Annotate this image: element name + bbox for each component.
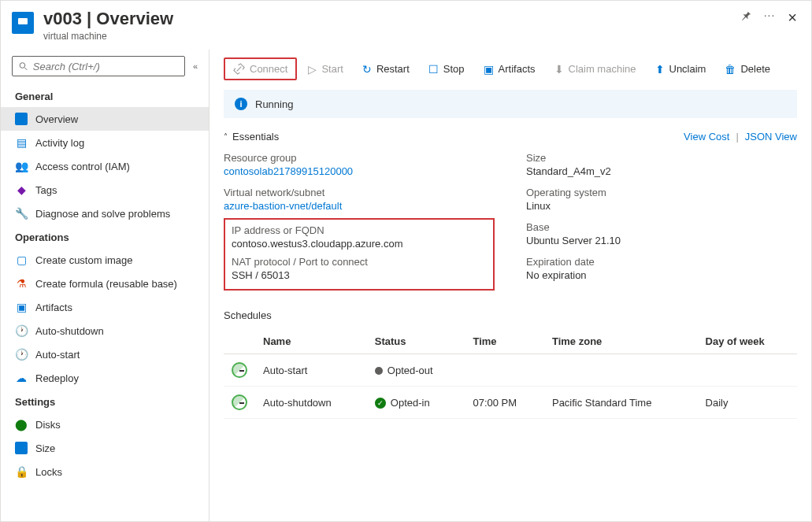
rg-value[interactable]: contosolab21789915120000: [224, 165, 495, 177]
cell-tz: Pacific Standard Time: [544, 387, 698, 419]
collapse-sidebar-icon[interactable]: «: [193, 61, 198, 71]
nat-label: NAT protocol / Port to connect: [232, 256, 487, 268]
nav-section-operations: Operations: [1, 225, 209, 248]
sidebar-item-disks[interactable]: ⬤ Disks: [1, 413, 209, 436]
sidebar-item-redeploy[interactable]: ☁ Redeploy: [1, 366, 209, 390]
download-icon: ⬇: [554, 63, 564, 76]
schedule-clock-icon: [232, 362, 247, 378]
separator: |: [736, 131, 738, 143]
cell-time: [465, 354, 544, 387]
image-icon: ▢: [15, 254, 28, 266]
nav-label: Redeploy: [35, 372, 79, 384]
blade-header: v003 | Overview virtual machine ··· ×: [1, 1, 811, 50]
col-name: Name: [255, 329, 367, 354]
tag-icon: ◆: [15, 183, 28, 196]
highlighted-connection-box: IP address or FQDN contoso.westus3.cloud…: [224, 218, 495, 291]
connect-icon: [233, 63, 245, 75]
sidebar-item-activity-log[interactable]: ▤ Activity log: [1, 131, 209, 154]
cell-dow: [698, 354, 797, 387]
sidebar-item-overview[interactable]: Overview: [1, 107, 209, 131]
col-status: Status: [367, 329, 465, 354]
nav-section-settings: Settings: [1, 390, 209, 413]
nav-label: Access control (IAM): [35, 161, 130, 172]
vm-small-icon: [15, 113, 28, 125]
cell-dow: Daily: [698, 387, 797, 419]
artifacts-button[interactable]: ▣ Artifacts: [476, 59, 543, 80]
start-button[interactable]: ▷ Start: [300, 59, 350, 80]
sidebar-search[interactable]: [12, 56, 185, 76]
nav-label: Auto-shutdown: [35, 325, 104, 337]
search-input[interactable]: [33, 61, 178, 72]
nav-label: Tags: [35, 184, 57, 196]
sidebar-item-tags[interactable]: ◆ Tags: [1, 178, 209, 202]
sidebar-item-artifacts[interactable]: ▣ Artifacts: [1, 295, 209, 319]
ip-value: contoso.westus3.cloudapp.azure.com: [232, 238, 487, 250]
unclaim-button[interactable]: ⬆ Unclaim: [647, 59, 714, 80]
json-view-link[interactable]: JSON View: [745, 131, 797, 143]
col-tz: Time zone: [544, 329, 698, 354]
nav-label: Auto-start: [35, 349, 80, 361]
stop-icon: ☐: [428, 63, 439, 76]
table-row[interactable]: Auto-start Opted-out: [224, 354, 797, 387]
exp-label: Expiration date: [526, 256, 797, 268]
sidebar-item-formula[interactable]: ⚗ Create formula (reusable base): [1, 272, 209, 295]
sidebar-item-diagnose[interactable]: 🔧 Diagnose and solve problems: [1, 202, 209, 225]
vnet-value[interactable]: azure-bastion-vnet/default: [224, 200, 495, 212]
svg-line-1: [24, 68, 27, 70]
tb-label: Start: [321, 63, 343, 75]
close-icon[interactable]: ×: [788, 9, 797, 27]
base-label: Base: [526, 221, 797, 233]
cell-time: 07:00 PM: [465, 387, 544, 419]
cell-name: Auto-start: [255, 354, 367, 387]
base-value: Ubuntu Server 21.10: [526, 235, 797, 246]
nav-label: Artifacts: [35, 302, 72, 313]
more-icon[interactable]: ···: [764, 9, 776, 21]
os-value: Linux: [526, 200, 797, 212]
chevron-up-icon: ˄: [224, 132, 228, 141]
delete-button[interactable]: 🗑 Delete: [717, 59, 778, 80]
os-label: Operating system: [526, 187, 797, 198]
cell-status: Opted-out: [387, 365, 433, 376]
command-bar: Connect ▷ Start ↻ Restart ☐ Stop ▣ Artif…: [224, 57, 797, 80]
sidebar-item-auto-shutdown[interactable]: 🕐 Auto-shutdown: [1, 319, 209, 342]
connect-button[interactable]: Connect: [224, 57, 297, 80]
wrench-icon: 🔧: [15, 207, 28, 220]
sidebar-item-size[interactable]: Size: [1, 436, 209, 460]
resource-type-label: virtual machine: [43, 31, 740, 42]
artifact-icon: ▣: [15, 301, 28, 313]
sidebar-item-locks[interactable]: 🔒 Locks: [1, 460, 209, 483]
status-check-icon: ✓: [375, 398, 386, 409]
log-icon: ▤: [15, 136, 28, 149]
nav-label: Diagnose and solve problems: [35, 208, 170, 220]
view-cost-link[interactable]: View Cost: [684, 131, 729, 143]
claim-button[interactable]: ⬇ Claim machine: [547, 59, 644, 80]
restart-button[interactable]: ↻ Restart: [354, 59, 417, 80]
nav-label: Create formula (reusable base): [35, 278, 177, 290]
nav-label: Locks: [35, 466, 62, 478]
status-bar: i Running: [224, 90, 797, 118]
sidebar-item-custom-image[interactable]: ▢ Create custom image: [1, 248, 209, 272]
tb-label: Connect: [250, 63, 287, 75]
tb-label: Artifacts: [499, 63, 536, 75]
svg-point-0: [20, 63, 25, 68]
tb-label: Delete: [740, 63, 770, 75]
pin-icon[interactable]: [740, 9, 751, 20]
vnet-label: Virtual network/subnet: [224, 187, 495, 198]
essentials-grid: Resource group contosolab21789915120000 …: [224, 152, 797, 291]
status-text: Running: [255, 98, 293, 110]
upload-icon: ⬆: [655, 63, 665, 76]
table-row[interactable]: Auto-shutdown ✓Opted-in 07:00 PM Pacific…: [224, 387, 797, 419]
essentials-toggle[interactable]: ˄ Essentials: [224, 131, 279, 143]
sidebar-item-iam[interactable]: 👥 Access control (IAM): [1, 154, 209, 178]
nav-label: Disks: [35, 419, 61, 431]
ip-label: IP address or FQDN: [232, 224, 487, 236]
cell-name: Auto-shutdown: [255, 387, 367, 419]
sidebar-item-auto-start[interactable]: 🕐 Auto-start: [1, 342, 209, 366]
rg-label: Resource group: [224, 152, 495, 164]
lock-icon: 🔒: [15, 465, 28, 478]
schedule-clock-icon: [232, 394, 247, 410]
stop-button[interactable]: ☐ Stop: [421, 59, 473, 80]
artifact-icon: ▣: [484, 63, 494, 76]
size-value: Standard_A4m_v2: [526, 165, 797, 177]
clock-icon: 🕐: [15, 348, 28, 361]
